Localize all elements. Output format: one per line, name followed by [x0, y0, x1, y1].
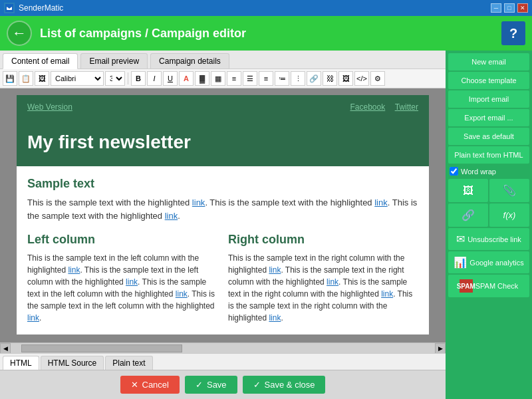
formula-icon-btn[interactable]: f(x)	[489, 203, 529, 227]
sample-link-1[interactable]: link	[192, 198, 205, 207]
right-sidebar: New email Choose template Import email E…	[446, 51, 532, 399]
titlebar: SenderMatic ─ □ ✕	[0, 0, 532, 16]
word-wrap-label: Word wrap	[461, 168, 496, 176]
unsubscribe-label: Unsubscribe link	[467, 235, 521, 243]
icon-row-1: 🖼 📎	[448, 179, 529, 202]
tab-email-preview[interactable]: Email preview	[80, 53, 148, 68]
scroll-right-arrow[interactable]: ▶	[435, 343, 446, 354]
editor-tabs: Content of email Email preview Campaign …	[0, 51, 446, 69]
left-link-3[interactable]: link	[176, 289, 188, 299]
editor-area: Content of email Email preview Campaign …	[0, 51, 446, 399]
align-center-button[interactable]: ☰	[243, 71, 257, 86]
italic-button[interactable]: I	[147, 71, 162, 86]
right-link-4[interactable]: link	[269, 313, 281, 323]
close-button[interactable]: ✕	[517, 3, 528, 13]
new-email-button[interactable]: New email	[448, 53, 529, 70]
image-insert-button[interactable]: 🖼	[338, 71, 353, 86]
word-wrap-row: Word wrap	[448, 165, 529, 178]
scroll-left-arrow[interactable]: ◀	[0, 343, 11, 354]
web-version-link[interactable]: Web Version	[27, 102, 72, 112]
icon-row-2: 🔗 f(x)	[448, 203, 529, 227]
highlight-button[interactable]: ▓	[195, 71, 209, 86]
code-button[interactable]: </>	[354, 71, 369, 86]
save-button[interactable]: ✓ Save	[185, 376, 237, 394]
back-button[interactable]: ←	[7, 21, 32, 46]
export-email-button[interactable]: Export email ...	[448, 109, 529, 126]
spam-check-label: SPAM Check	[475, 282, 519, 290]
align-left-button[interactable]: ≡	[227, 71, 241, 86]
align-right-button[interactable]: ≡	[259, 71, 273, 86]
toolbar-save-icon[interactable]: 💾	[3, 71, 17, 86]
save-close-button[interactable]: ✓ Save & close	[243, 376, 326, 394]
email-body: Web Version Facebook Twitter My first ne…	[17, 95, 429, 334]
toolbar-copy-icon[interactable]: 📋	[19, 71, 33, 86]
list-ol-button[interactable]: ⋮	[291, 71, 305, 86]
email-headline: My first newsletter	[27, 132, 418, 153]
scroll-track[interactable]	[21, 344, 424, 352]
save-close-icon: ✓	[253, 380, 261, 390]
back-arrow-icon: ←	[12, 25, 27, 42]
font-size-select[interactable]: 3	[105, 71, 125, 86]
image-icon-btn[interactable]: 🖼	[448, 179, 488, 202]
spam-icon: SPAM	[460, 279, 473, 293]
tab-campaign-details[interactable]: Campaign details	[150, 53, 229, 68]
link-button[interactable]: 🔗	[307, 71, 321, 86]
table-button[interactable]: ▦	[211, 71, 225, 86]
sample-link-3[interactable]: link	[165, 211, 178, 221]
twitter-link[interactable]: Twitter	[395, 102, 418, 112]
import-email-button[interactable]: Import email	[448, 90, 529, 108]
source-button[interactable]: ⚙	[370, 71, 385, 86]
left-link-2[interactable]: link	[126, 277, 138, 287]
sample-link-2[interactable]: link	[374, 198, 388, 207]
cancel-icon: ✕	[131, 380, 138, 390]
left-heading: Left column	[27, 233, 217, 247]
right-paragraph: This is the sample text in the right col…	[228, 252, 418, 324]
save-default-button[interactable]: Save as default	[448, 128, 529, 145]
email-banner: My first newsletter	[17, 118, 429, 166]
left-link-1[interactable]: link	[68, 265, 80, 275]
word-wrap-checkbox[interactable]	[450, 167, 458, 176]
toolbar-separator	[128, 72, 128, 84]
font-family-select[interactable]: Calibri	[51, 71, 104, 86]
choose-template-button[interactable]: Choose template	[448, 72, 529, 89]
tab-content-of-email[interactable]: Content of email	[3, 53, 78, 69]
maximize-button[interactable]: □	[504, 3, 515, 13]
tab-html[interactable]: HTML	[3, 356, 39, 370]
save-icon: ✓	[196, 380, 203, 390]
right-link-1[interactable]: link	[269, 265, 281, 275]
help-button[interactable]: ?	[501, 21, 525, 45]
cancel-button[interactable]: ✕ Cancel	[120, 376, 180, 394]
app-header: ← List of campaigns / Campaign editor ?	[0, 16, 532, 51]
left-column: Left column This is the sample text in t…	[27, 233, 228, 324]
google-analytics-button[interactable]: 📊 Google analytics	[448, 251, 529, 273]
sample-text-section: Sample text This is the sample text with…	[17, 166, 429, 233]
left-link-4[interactable]: link	[27, 313, 39, 323]
attachment-icon-btn[interactable]: 📎	[489, 179, 529, 202]
tab-html-source[interactable]: HTML Source	[41, 356, 104, 370]
app-title: SenderMatic	[19, 3, 63, 13]
view-mode-tabs: HTML HTML Source Plain text	[0, 353, 446, 370]
horizontal-scrollbar[interactable]: ◀ ▶	[0, 342, 446, 353]
toolbar-image-icon[interactable]: 🖼	[35, 71, 49, 86]
social-icon-btn[interactable]: 🔗	[448, 203, 488, 227]
unsubscribe-button[interactable]: ✉ Unsubscribe link	[448, 228, 529, 250]
right-heading: Right column	[228, 233, 418, 247]
right-link-2[interactable]: link	[327, 277, 338, 287]
right-link-3[interactable]: link	[381, 289, 393, 299]
minimize-button[interactable]: ─	[491, 3, 501, 13]
facebook-link[interactable]: Facebook	[350, 102, 386, 112]
editor-toolbar: 💾 📋 🖼 Calibri 3 B I U A ▓ ▦ ≡ ☰ ≡ ≔ ⋮ 🔗 …	[0, 69, 446, 88]
tab-plain-text[interactable]: Plain text	[105, 356, 152, 370]
email-canvas-scroll[interactable]: Web Version Facebook Twitter My first ne…	[0, 88, 446, 342]
app-icon	[4, 3, 15, 13]
font-color-button[interactable]: A	[179, 71, 194, 86]
underline-button[interactable]: U	[163, 71, 178, 86]
plain-text-button[interactable]: Plain text from HTML	[448, 146, 529, 164]
spam-check-button[interactable]: SPAM SPAM Check	[448, 275, 529, 297]
unlink-button[interactable]: ⛓	[323, 71, 337, 86]
list-ul-button[interactable]: ≔	[275, 71, 289, 86]
bold-button[interactable]: B	[131, 71, 146, 86]
cancel-label: Cancel	[142, 380, 169, 390]
scroll-thumb[interactable]	[21, 344, 182, 352]
main-content: Content of email Email preview Campaign …	[0, 51, 532, 399]
